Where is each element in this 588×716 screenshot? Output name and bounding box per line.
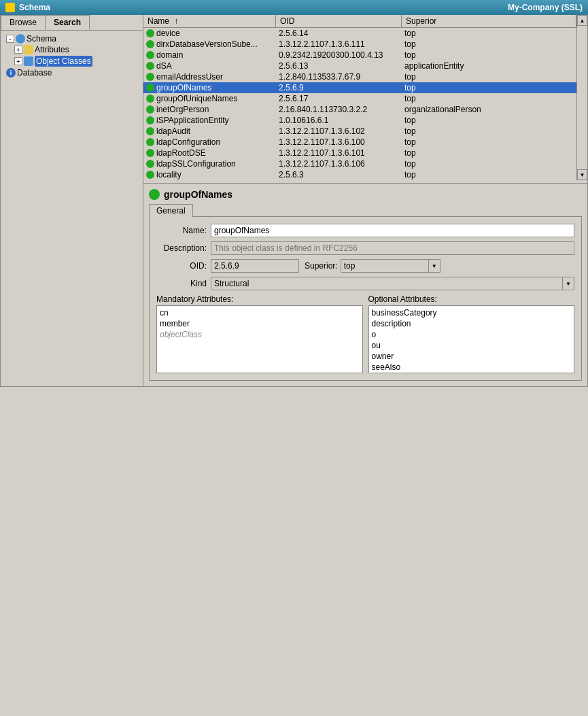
company-label: My-Company (SSL)	[508, 3, 583, 12]
table-row[interactable]: emailAddressUser 1.2.840.113533.7.67.9 t…	[143, 71, 576, 82]
row-icon	[146, 127, 154, 135]
kind-dropdown-btn[interactable]: ▼	[562, 277, 574, 290]
row-icon	[146, 29, 154, 37]
kind-input[interactable]	[211, 277, 563, 290]
row-oid: 1.3.12.2.1107.1.3.6.101	[276, 148, 402, 158]
table-row[interactable]: locality 2.5.6.3 top	[143, 169, 576, 180]
tree-panel: - Schema + Attributes + Object Classes i…	[1, 31, 143, 386]
scroll-up-btn[interactable]: ▲	[577, 15, 587, 26]
row-superior: top	[402, 158, 576, 169]
row-icon	[146, 51, 154, 59]
oid-label: OID:	[156, 261, 211, 271]
th-oid[interactable]: OID	[276, 15, 402, 27]
table-row[interactable]: dSA 2.5.6.13 applicationEntity	[143, 61, 576, 71]
table-row[interactable]: ldapRootDSE 1.3.12.2.1107.1.3.6.101 top	[143, 148, 576, 158]
row-oid: 2.5.6.14	[276, 28, 402, 39]
table-row[interactable]: ldapConfiguration 1.3.12.2.1107.1.3.6.10…	[143, 137, 576, 148]
name-label: Name:	[156, 226, 211, 235]
right-panel: Name ↑ OID Superior device 2.5.6.14 top …	[143, 15, 587, 386]
schema-tree-icon	[16, 34, 25, 44]
table-body: device 2.5.6.14 top dirxDatabaseVersionS…	[143, 28, 576, 180]
table-row[interactable]: iSPApplicationEntity 1.0.10616.6.1 top	[143, 115, 576, 126]
table-row[interactable]: inetOrgPerson 2.16.840.1.113730.3.2.2 or…	[143, 104, 576, 115]
row-name: groupOfNames	[156, 83, 211, 92]
superior-dropdown-btn[interactable]: ▼	[428, 259, 440, 273]
detail-area: groupOfNames General Name: Description:	[143, 184, 587, 386]
row-oid: 1.3.12.2.1107.1.3.6.100	[276, 137, 402, 148]
tree-item-attributes[interactable]: + Attributes	[14, 44, 140, 55]
mandatory-attr-item: cn	[160, 307, 360, 318]
expand-oc-icon[interactable]: +	[14, 57, 22, 65]
form-row-oid: OID: Superior: ▼	[156, 259, 574, 273]
table-row[interactable]: domain 0.9.2342.19200300.100.4.13 top	[143, 50, 576, 61]
row-superior: top	[402, 82, 576, 93]
expand-schema-icon[interactable]: -	[6, 35, 14, 43]
tab-search[interactable]: Search	[45, 15, 90, 30]
row-name: locality	[156, 170, 181, 180]
row-icon	[146, 116, 154, 124]
row-oid: 1.2.840.113533.7.67.9	[276, 71, 402, 82]
detail-title: groupOfNames	[164, 189, 232, 200]
scroll-track	[577, 26, 587, 169]
left-panel: Browse Search - Schema + Attributes + Ob…	[1, 15, 143, 386]
table-row[interactable]: groupOfNames 2.5.6.9 top	[143, 82, 576, 93]
tree-item-objectclasses[interactable]: + Object Classes	[14, 55, 140, 67]
mandatory-attrs-list[interactable]: cnmemberobjectClass	[156, 305, 363, 373]
description-label: Description:	[156, 243, 211, 253]
row-name: groupOfUniqueNames	[156, 94, 237, 103]
detail-icon	[149, 189, 160, 200]
row-superior: top	[402, 148, 576, 158]
row-superior: top	[402, 169, 576, 180]
row-oid: 1.3.12.2.1107.1.3.6.102	[276, 126, 402, 137]
optional-attr-item: ou	[372, 340, 572, 351]
optional-attr-item: description	[372, 318, 572, 329]
tree-item-database[interactable]: i Database	[6, 67, 140, 78]
tree-item-schema[interactable]: - Schema	[6, 33, 140, 44]
tab-browse[interactable]: Browse	[1, 15, 46, 30]
oid-input[interactable]	[211, 259, 299, 273]
table-row[interactable]: groupOfUniqueNames 2.5.6.17 top	[143, 93, 576, 104]
table-row[interactable]: dirxDatabaseVersionSube... 1.3.12.2.1107…	[143, 39, 576, 50]
row-name: domain	[156, 50, 183, 60]
row-name: dSA	[156, 61, 172, 71]
scroll-down-btn[interactable]: ▼	[577, 169, 587, 180]
row-oid: 2.5.6.9	[276, 82, 402, 93]
optional-attrs-list[interactable]: businessCategorydescriptionoouownerseeAl…	[368, 305, 575, 373]
row-name: ldapConfiguration	[156, 137, 220, 147]
kind-label: Kind	[156, 279, 211, 288]
th-name[interactable]: Name ↑	[143, 15, 276, 27]
optional-attrs-col: Optional Attributes: businessCategorydes…	[368, 294, 575, 373]
description-input[interactable]	[211, 241, 574, 255]
table-row[interactable]: ldapAudit 1.3.12.2.1107.1.3.6.102 top	[143, 126, 576, 137]
th-superior[interactable]: Superior	[402, 15, 576, 27]
row-icon	[146, 149, 154, 157]
row-oid: 0.9.2342.19200300.100.4.13	[276, 50, 402, 61]
form-row-name: Name:	[156, 224, 574, 237]
scrollbar[interactable]: ▲ ▼	[576, 15, 587, 180]
form-row-kind: Kind ▼	[156, 277, 574, 290]
attrs-row: Mandatory Attributes: cnmemberobjectClas…	[156, 294, 574, 373]
row-superior: top	[402, 137, 576, 148]
form-panel: Name: Description: OID: Superior: ▼	[149, 216, 582, 381]
row-name: ldapSSLConfiguration	[156, 159, 236, 169]
row-superior: top	[402, 126, 576, 137]
tab-general[interactable]: General	[149, 204, 193, 218]
row-name: inetOrgPerson	[156, 105, 209, 114]
name-input[interactable]	[211, 224, 574, 237]
table-row[interactable]: ldapSSLConfiguration 1.3.12.2.1107.1.3.6…	[143, 158, 576, 169]
row-superior: top	[402, 115, 576, 126]
table-header: Name ↑ OID Superior	[143, 15, 576, 28]
table-row[interactable]: device 2.5.6.14 top	[143, 28, 576, 39]
superior-label: Superior:	[305, 261, 338, 271]
expand-attributes-icon[interactable]: +	[14, 46, 22, 54]
mandatory-attr-item: member	[160, 318, 360, 329]
table-area: Name ↑ OID Superior device 2.5.6.14 top …	[143, 15, 587, 184]
superior-input[interactable]	[341, 259, 429, 273]
row-icon	[146, 171, 154, 179]
oc-tree-icon	[24, 56, 33, 66]
mandatory-attrs-col: Mandatory Attributes: cnmemberobjectClas…	[156, 294, 363, 373]
row-icon	[146, 73, 154, 81]
optional-attr-item: businessCategory	[372, 307, 572, 318]
row-icon	[146, 62, 154, 70]
row-icon	[146, 138, 154, 146]
